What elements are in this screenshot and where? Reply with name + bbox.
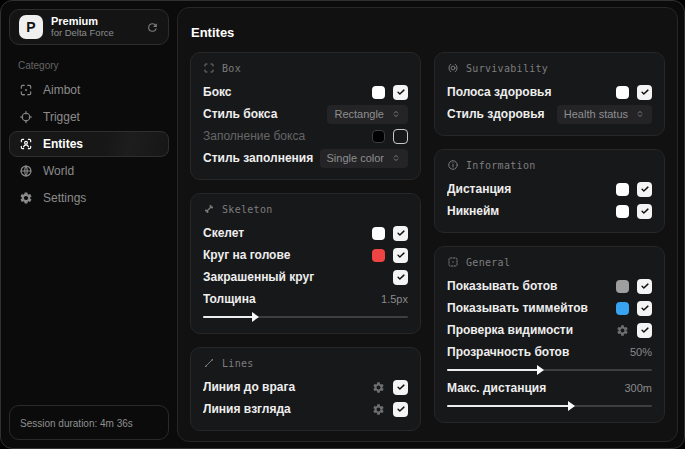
panel-general: GeneralПоказывать ботовПоказывать тиммей… <box>434 246 665 423</box>
sidebar-nav: AimbotTriggetEntitesWorldSettings <box>9 76 169 212</box>
sidebar-item-label: World <box>43 164 74 178</box>
row-controls <box>372 129 408 144</box>
brand-subtitle: for Delta Force <box>51 28 114 39</box>
color-swatch[interactable] <box>372 249 385 262</box>
panel-column: BoxБоксСтиль боксаRectangleЗаполнение бо… <box>190 52 421 431</box>
slider-value: 300m <box>624 382 652 394</box>
setting-row: Показывать тиммейтов <box>447 297 652 319</box>
dropdown[interactable]: Rectangle <box>327 105 408 124</box>
main-content: Entites BoxБоксСтиль боксаRectangleЗапол… <box>177 7 678 442</box>
sidebar-item-settings[interactable]: Settings <box>9 185 169 211</box>
color-swatch[interactable] <box>616 205 629 218</box>
panel-skeleton: SkeletonСкелетКруг на головеЗакрашенный … <box>190 193 421 334</box>
checkbox[interactable] <box>637 182 652 197</box>
checkbox[interactable] <box>393 248 408 263</box>
row-controls <box>393 270 408 285</box>
row-label: Проверка видимости <box>447 323 616 337</box>
sidebar-item-label: Entites <box>43 137 83 151</box>
row-label: Показывать ботов <box>447 279 616 293</box>
setting-row: Дистанция <box>447 178 652 200</box>
skeleton-icon <box>203 203 215 215</box>
gear-icon[interactable] <box>372 403 385 416</box>
dropdown[interactable]: Single color <box>320 149 408 168</box>
brand-card: P Premium for Delta Force <box>9 9 169 45</box>
color-swatch[interactable] <box>616 183 629 196</box>
panel-title: Box <box>222 63 241 74</box>
slider-row: Прозрачность ботов50% <box>447 341 652 371</box>
panel-box: BoxБоксСтиль боксаRectangleЗаполнение бо… <box>190 52 421 180</box>
setting-row: Круг на голове <box>203 244 408 266</box>
checkbox[interactable] <box>393 380 408 395</box>
sidebar-item-world[interactable]: World <box>9 158 169 184</box>
checkbox[interactable] <box>393 226 408 241</box>
row-controls <box>616 323 652 338</box>
checkbox[interactable] <box>637 301 652 316</box>
color-swatch[interactable] <box>372 227 385 240</box>
slider-track[interactable] <box>447 369 652 371</box>
panel-columns: BoxБоксСтиль боксаRectangleЗаполнение бо… <box>190 52 665 431</box>
sidebar-item-aimbot[interactable]: Aimbot <box>9 77 169 103</box>
info-icon <box>447 159 459 171</box>
row-controls: Health status <box>557 105 652 124</box>
checkbox[interactable] <box>637 323 652 338</box>
panel-title: Information <box>466 160 536 171</box>
check-icon <box>396 272 406 282</box>
color-swatch[interactable] <box>372 86 385 99</box>
chevron-up-down-icon <box>635 109 645 119</box>
slider-thumb[interactable] <box>252 312 259 322</box>
world-icon <box>19 164 33 178</box>
setting-row: Никнейм <box>447 200 652 222</box>
row-controls <box>372 85 408 100</box>
slider-thumb[interactable] <box>537 365 544 375</box>
slider-track[interactable] <box>447 405 652 407</box>
row-controls <box>372 248 408 263</box>
dropdown-value: Rectangle <box>334 108 384 120</box>
setting-row: Полоса здоровья <box>447 81 652 103</box>
row-label: Линия взгляда <box>203 402 372 416</box>
check-icon <box>396 382 406 392</box>
aimbot-icon <box>19 83 33 97</box>
sidebar-item-entites[interactable]: Entites <box>9 131 169 157</box>
check-icon <box>640 303 650 313</box>
checkbox[interactable] <box>637 204 652 219</box>
dropdown[interactable]: Health status <box>557 105 652 124</box>
checkbox[interactable] <box>637 85 652 100</box>
sidebar-item-label: Trigget <box>43 110 80 124</box>
chevron-up-down-icon <box>391 153 401 163</box>
slider-value: 1.5px <box>381 293 408 305</box>
gear-icon[interactable] <box>372 381 385 394</box>
slider-row-header: Макс. дистанция300m <box>447 378 652 398</box>
setting-row: Линия взгляда <box>203 398 408 420</box>
row-label: Толщина <box>203 292 381 306</box>
checkbox[interactable] <box>637 279 652 294</box>
row-label: Линия до врага <box>203 380 372 394</box>
general-icon <box>447 256 459 268</box>
checkbox[interactable] <box>393 129 408 144</box>
check-icon <box>640 184 650 194</box>
row-controls <box>372 226 408 241</box>
sidebar: P Premium for Delta Force Category Aimbo… <box>1 1 177 448</box>
slider-thumb[interactable] <box>568 401 575 411</box>
color-swatch[interactable] <box>372 130 385 143</box>
color-swatch[interactable] <box>616 280 629 293</box>
panel-title: Lines <box>222 358 254 369</box>
checkbox[interactable] <box>393 270 408 285</box>
slider-track[interactable] <box>203 316 408 318</box>
checkbox[interactable] <box>393 85 408 100</box>
checkbox[interactable] <box>393 402 408 417</box>
refresh-icon[interactable] <box>146 21 159 34</box>
panel-survivability: SurvivabilityПолоса здоровьяСтиль здоров… <box>434 52 665 136</box>
category-label: Category <box>18 60 169 71</box>
row-label: Закрашенный круг <box>203 270 393 284</box>
row-controls: Rectangle <box>327 105 408 124</box>
panel-header: Survivability <box>447 62 652 74</box>
settings-icon <box>19 191 33 205</box>
row-controls <box>372 402 408 417</box>
slider-fill <box>447 369 539 371</box>
color-swatch[interactable] <box>616 86 629 99</box>
sidebar-item-trigget[interactable]: Trigget <box>9 104 169 130</box>
check-icon <box>396 87 406 97</box>
color-swatch[interactable] <box>616 302 629 315</box>
row-label: Стиль бокса <box>203 107 327 121</box>
gear-icon[interactable] <box>616 324 629 337</box>
